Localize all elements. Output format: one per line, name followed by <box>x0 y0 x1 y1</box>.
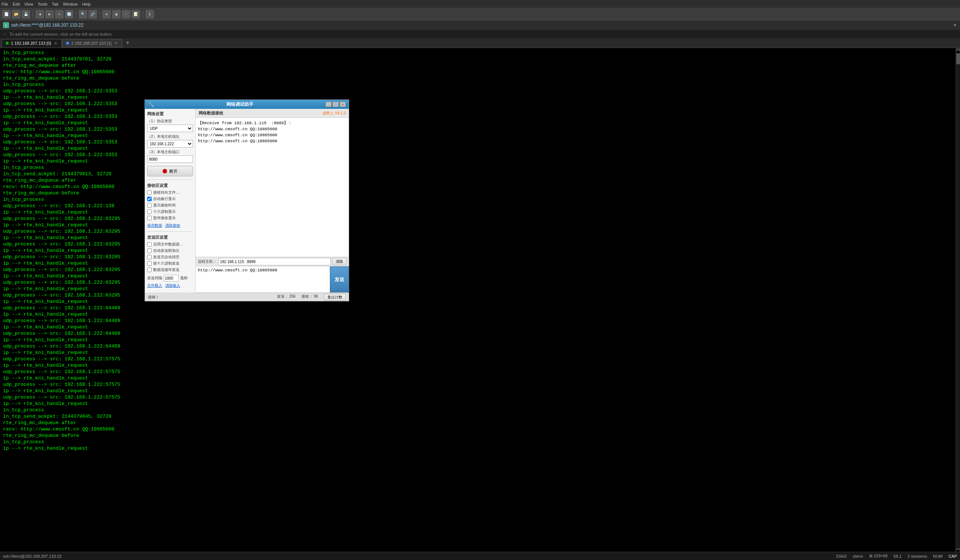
remote-host-row: 远程主机： 清除 <box>195 257 349 267</box>
receive-content-area: 【Receive from 192.168.1.115 :8889】： http… <box>195 118 349 257</box>
checkbox-hex-send-row: 按十六进制发送 <box>147 261 193 266</box>
save-icon[interactable]: 💾 <box>22 10 30 18</box>
checkbox-loop-send[interactable] <box>147 267 152 272</box>
menu-view[interactable]: View <box>24 2 34 6</box>
info-icon[interactable]: ℹ <box>146 10 154 18</box>
script-icon[interactable]: 📝 <box>132 10 140 18</box>
menu-window[interactable]: Window <box>63 2 78 6</box>
checkbox-hex-display-row: 十六进制显示 <box>147 209 193 214</box>
menu-tab[interactable]: Tab <box>52 2 59 6</box>
clear-send-link[interactable]: 清除输入 <box>165 283 180 288</box>
net-debug-titlebar: 🔧 网络调试助手 _ □ ✕ <box>145 100 349 109</box>
net-debug-content: 网络设置 （1）协议类型 UDPTCP ClientTCP Server （2）… <box>145 109 349 293</box>
send-textarea[interactable]: http://www.cmsoft.cn QQ:10865600 <box>195 267 330 293</box>
search-icon[interactable]: 🔍 <box>79 10 87 18</box>
new-session-icon[interactable]: 📄 <box>2 10 11 18</box>
send-settings-title: 发送区设置 <box>147 235 193 240</box>
checkbox-auto-crlf-label: 自动发送附加位 <box>153 248 179 253</box>
terminal-content[interactable]: ln_tcp_processln_tcp_send_ackpkt: 214437… <box>0 48 960 548</box>
checkbox-pause[interactable] <box>147 216 152 220</box>
menu-tools[interactable]: Tools <box>38 2 47 6</box>
send-file-link[interactable]: 文件载入 <box>147 283 162 288</box>
tab-1-close[interactable]: ✕ <box>53 41 58 45</box>
net-status-counts: 发送： 256 接收： 96 复位计数 <box>277 294 346 301</box>
protocol-select[interactable]: UDPTCP ClientTCP Server <box>147 125 193 132</box>
terminal-icon[interactable]: ▣ <box>112 10 120 18</box>
menu-help[interactable]: Help <box>82 2 91 6</box>
scrollbar-up[interactable]: ▲ <box>956 48 960 51</box>
maximize-button[interactable]: □ <box>333 102 339 107</box>
local-host-select[interactable]: 192.168.1.222 <box>147 140 193 147</box>
checkbox-auto-crlf-row: 自动发送附加位 <box>147 248 193 253</box>
open-icon[interactable]: 📂 <box>12 10 20 18</box>
clear-receive-link[interactable]: 清除接收 <box>165 223 180 228</box>
tab-1[interactable]: 1 192.168.207.133 [0] ✕ <box>2 39 62 47</box>
send-interval-unit: 毫秒 <box>180 275 188 281</box>
checkbox-redirect-label: 接收转向文件… <box>153 190 179 195</box>
tab-2-close[interactable]: ✕ <box>114 41 118 45</box>
checkbox-send-file[interactable] <box>147 242 152 246</box>
toolbar: 📄 📂 💾 ◀ ▶ ✕ 🔄 🔍 🔗 ⚙ ▣ ↕ 📝 ℹ <box>0 8 960 20</box>
checkbox-hex-send[interactable] <box>147 261 152 266</box>
checkbox-hex-display-label: 十六进制显示 <box>153 209 176 214</box>
terminal-line: udp_process --> src: 192.168.1.222:57575 <box>3 381 957 388</box>
terminal-line: ln_tcp_process <box>3 439 957 445</box>
terminal-line: ip --> rte_kni_handle_request <box>3 388 957 394</box>
tab-2-dot <box>66 42 69 45</box>
address-bar: S ssh://lenn:****@192.168.207.133:22 ▼ <box>0 20 960 30</box>
terminal-line: ip --> rte_kni_handle_request <box>3 362 957 369</box>
checkbox-hex-send-label: 按十六进制发送 <box>153 261 179 266</box>
send-interval-row: 发送间隔 毫秒 <box>147 275 193 282</box>
checkbox-auto-display[interactable] <box>147 197 152 201</box>
net-debug-statusbar: 就绪！ 发送： 256 接收： 96 复位计数 <box>145 293 349 301</box>
checkbox-auto-clear[interactable] <box>147 255 152 259</box>
checkbox-redirect[interactable] <box>147 190 152 195</box>
send-file-link-row: 文件载入 清除输入 <box>147 283 193 288</box>
tab-2[interactable]: 2 192.168.207.133 [1] ✕ <box>62 39 122 47</box>
toolbar-sep1 <box>33 11 33 18</box>
send-interval-input[interactable] <box>164 275 179 282</box>
menu-file[interactable]: File <box>2 2 8 6</box>
forward-icon[interactable]: ▶ <box>45 10 54 18</box>
tab-add-button[interactable]: + <box>124 39 131 47</box>
connect-icon[interactable]: 🔗 <box>89 10 97 18</box>
status-position: 58,1 <box>894 554 901 558</box>
status-host: ssh://lenn@192.168.207.133:22 <box>3 554 62 558</box>
clear-remote-button[interactable]: 清除 <box>332 258 347 266</box>
send-button[interactable]: 发送 <box>330 267 349 293</box>
checkbox-auto-crlf[interactable] <box>147 248 152 253</box>
save-data-link[interactable]: 保存数据 <box>147 223 162 228</box>
minimize-button[interactable]: _ <box>325 102 331 107</box>
scrollbar-down[interactable]: ▼ <box>956 548 960 551</box>
close-button[interactable]: ✕ <box>340 102 346 107</box>
session-info-bar: ← To add the current session, click on t… <box>0 30 960 38</box>
refresh-icon[interactable]: 🔄 <box>65 10 73 18</box>
connect-button[interactable]: 断开 <box>147 166 193 176</box>
local-port-input[interactable] <box>147 155 193 163</box>
tab-2-label: 2 192.168.207.133 [1] <box>71 41 112 45</box>
terminal-line: ip --> rte_kni_handle_request <box>3 375 957 381</box>
sftp-icon[interactable]: ↕ <box>122 10 130 18</box>
receive-settings-title: 接收区设置 <box>147 183 193 189</box>
checkbox-pause-label: 暂停接收显示 <box>153 216 176 221</box>
back-icon[interactable]: ◀ <box>36 10 44 18</box>
status-num: NUM <box>933 554 942 558</box>
settings-icon[interactable]: ⚙ <box>102 10 111 18</box>
terminal-line: udp_process --> src: 192.168.1.222:64489 <box>3 343 957 349</box>
checkbox-auto-display-label: 自动换行显示 <box>153 196 176 202</box>
tab-1-dot <box>6 42 9 45</box>
checkbox-show-time[interactable] <box>147 203 152 208</box>
stop-icon[interactable]: ✕ <box>55 10 64 18</box>
terminal-scrollbar[interactable]: ▲ ▼ <box>955 48 960 552</box>
status-size: ⊞ 229×58 <box>869 554 888 558</box>
terminal-line: rte_ring_mc_dequeue before <box>3 75 957 82</box>
window-icon: 🔧 <box>148 101 154 108</box>
session-info-text: To add the current session, click on the… <box>10 32 113 37</box>
terminal-line: ip --> rte_kni_handle_request <box>3 445 957 451</box>
network-settings-title: 网络设置 <box>147 111 193 117</box>
net-debug-right-panel: 网络数据接收 @野人 V4.1.0 【Receive from 192.168.… <box>195 109 349 293</box>
menu-edit[interactable]: Edit <box>13 2 20 6</box>
reset-count-button[interactable]: 复位计数 <box>324 294 346 301</box>
checkbox-hex-display[interactable] <box>147 210 152 214</box>
remote-host-input[interactable] <box>218 258 331 266</box>
